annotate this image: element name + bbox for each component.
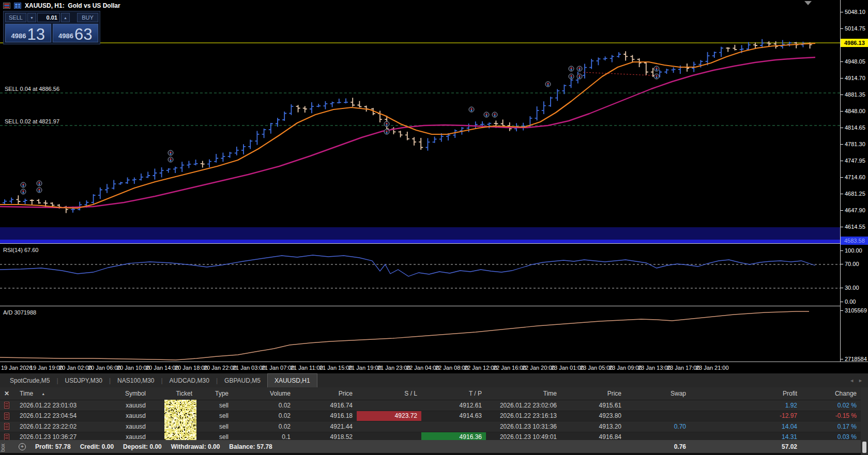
one-click-trading-panel: SELL ▼ 0.01 ▲ BUY 4986 13 4986 63 bbox=[3, 11, 100, 44]
rsi-axis-label: 0.00 bbox=[841, 299, 868, 305]
time-axis-label: 19 Jan 2026 bbox=[1, 365, 33, 371]
cell-sl bbox=[357, 400, 421, 411]
column-header-price[interactable]: Price bbox=[561, 387, 626, 400]
volume-input[interactable]: 0.01 bbox=[37, 13, 60, 22]
time-axis-label: 22 Jan 12:00 bbox=[464, 365, 497, 371]
price-axis-label: 4747.95 bbox=[841, 158, 868, 164]
cell-close-time: 2026.01.22 23:02:06 bbox=[486, 400, 561, 411]
ticket-redaction-block bbox=[164, 400, 196, 441]
time-axis-label: 21 Jan 03:00 bbox=[233, 365, 266, 371]
price-axis-label: 4814.65 bbox=[841, 124, 868, 131]
trade-marker-icon bbox=[168, 157, 174, 163]
tab-scroll-left-icon[interactable]: ◄ bbox=[849, 378, 854, 383]
order-document-icon bbox=[4, 402, 9, 409]
column-header-change[interactable]: Change bbox=[801, 387, 861, 400]
cell-time: 2026.01.22 23:04:54 bbox=[16, 411, 124, 421]
price-axis-label: 4848.00 bbox=[841, 108, 868, 114]
order-document-icon bbox=[4, 413, 9, 419]
volume-decrease-button[interactable]: ▼ bbox=[27, 13, 36, 22]
trade-marker-icon bbox=[168, 150, 174, 156]
column-header-time[interactable]: Time bbox=[486, 387, 561, 400]
column-header-type[interactable]: Type bbox=[196, 387, 233, 400]
chart-tab-nas100-m30[interactable]: NAS100,M30 bbox=[111, 373, 161, 387]
trade-marker-icon bbox=[37, 187, 42, 193]
column-header-symbol[interactable]: Symbol bbox=[124, 387, 150, 400]
main-chart-pane[interactable]: SELL 0.04 at 4886.56SELL 0.02 at 4821.97… bbox=[0, 0, 840, 362]
summary-swap-total: 0.76 bbox=[626, 440, 690, 453]
chart-tab-audcad-m30[interactable]: AUDCAD,M30 bbox=[163, 373, 216, 387]
trade-marker-icon bbox=[384, 129, 390, 135]
time-axis-label: 23 Jan 09:00 bbox=[609, 365, 642, 371]
sell-button[interactable]: SELL bbox=[5, 13, 26, 22]
toolbox-docked-tab[interactable]: box bbox=[0, 441, 6, 455]
ad-label: A/D 3071988 bbox=[3, 309, 36, 316]
column-header-tp[interactable]: T / P bbox=[421, 387, 486, 400]
chart-tab-usdjpy-m30[interactable]: USDJPY,M30 bbox=[58, 373, 109, 387]
cell-type: sell bbox=[196, 411, 233, 421]
time-axis-label: 21 Jan 19:00 bbox=[348, 365, 382, 371]
buy-button[interactable]: BUY bbox=[77, 13, 98, 22]
rsi-axis-label: 30.00 bbox=[841, 285, 868, 291]
ad-indicator-canvas bbox=[0, 306, 840, 361]
price-axis-label: 4948.05 bbox=[841, 58, 868, 65]
price-axis-label: 4614.55 bbox=[841, 224, 868, 230]
ask-price-display[interactable]: 4986 63 bbox=[53, 24, 99, 42]
cell-swap bbox=[626, 400, 690, 411]
time-axis-label: 22 Jan 08:00 bbox=[435, 365, 468, 371]
order-row[interactable]: 2026.01.22 23:22:02xauusdsell0.024921.44… bbox=[0, 421, 861, 432]
scrollbar-thumb[interactable] bbox=[862, 442, 866, 453]
column-header-sl[interactable]: S / L bbox=[357, 387, 421, 400]
price-axis[interactable]: 5048.105014.754948.054914.704881.354848.… bbox=[840, 0, 868, 362]
chart-tab-spotcrude-m5[interactable]: SpotCrude,M5 bbox=[3, 373, 56, 387]
pane-separator[interactable] bbox=[0, 243, 840, 244]
table-scrollbar[interactable] bbox=[861, 387, 868, 455]
chart-window-icon[interactable] bbox=[14, 3, 21, 9]
time-axis-label: 21 Jan 23:00 bbox=[377, 365, 410, 371]
trade-marker-icon bbox=[577, 74, 583, 80]
column-header-volume[interactable]: Volume bbox=[233, 387, 295, 400]
cell-volume: 0.02 bbox=[233, 400, 295, 411]
time-axis[interactable]: 19 Jan 202619 Jan 19:0020 Jan 02:0020 Ja… bbox=[0, 362, 868, 373]
column-header-time[interactable]: Time▲ bbox=[16, 387, 124, 400]
rsi-axis-label: 70.00 bbox=[841, 261, 868, 267]
rsi-label: RSI(14) 67.60 bbox=[3, 247, 38, 253]
order-document-icon bbox=[4, 434, 9, 441]
time-axis-label: 20 Jan 18:00 bbox=[175, 365, 208, 371]
sort-ascending-icon: ▲ bbox=[41, 392, 45, 396]
order-row[interactable]: 2026.01.22 23:01:03xauusdsell0.024916.74… bbox=[0, 400, 861, 411]
time-axis-label: 20 Jan 10:00 bbox=[117, 365, 150, 371]
cell-type: sell bbox=[196, 400, 233, 411]
cell-volume: 0.02 bbox=[233, 411, 295, 421]
time-axis-label: 22 Jan 16:00 bbox=[493, 365, 526, 371]
column-header-swap[interactable]: Swap bbox=[626, 387, 690, 400]
order-row[interactable]: 2026.01.22 23:04:54xauusdsell0.024916.18… bbox=[0, 411, 861, 422]
time-axis-label: 20 Jan 14:00 bbox=[146, 365, 179, 371]
cell-symbol: xauusd bbox=[124, 400, 150, 411]
cell-volume: 0.02 bbox=[233, 421, 295, 432]
close-toolbox-button[interactable]: ✕ bbox=[0, 387, 16, 400]
bid-price-display[interactable]: 4986 13 bbox=[5, 24, 51, 42]
volume-increase-button[interactable]: ▲ bbox=[61, 13, 70, 22]
scroll-to-end-icon[interactable] bbox=[804, 1, 812, 5]
time-axis-label: 20 Jan 06:00 bbox=[88, 365, 121, 371]
expand-summary-icon[interactable]: + bbox=[19, 443, 26, 450]
cell-time: 2026.01.22 23:22:02 bbox=[16, 421, 124, 432]
order-document-icon bbox=[4, 423, 9, 430]
tab-scroll-right-icon[interactable]: ► bbox=[858, 378, 863, 383]
column-header-ticket[interactable]: Ticket bbox=[150, 387, 196, 400]
indicator-list-icon[interactable] bbox=[3, 3, 10, 9]
chart-tab-gbpaud-m5[interactable]: GBPAUD,M5 bbox=[218, 373, 267, 387]
time-axis-label: 20 Jan 02:00 bbox=[59, 365, 92, 371]
sell-level-label: SELL 0.04 at 4886.56 bbox=[5, 86, 59, 92]
order-type-icon bbox=[0, 400, 16, 411]
time-axis-label: 22 Jan 20:00 bbox=[522, 365, 555, 371]
cell-open-price: 4921.44 bbox=[295, 421, 357, 432]
column-header-profit[interactable]: Profit bbox=[690, 387, 801, 400]
sell-level-label: SELL 0.02 at 4821.97 bbox=[5, 118, 59, 124]
summary-profit: Profit: 57.78 bbox=[35, 443, 71, 450]
price-axis-label: 4914.70 bbox=[841, 75, 868, 81]
chart-tab-xauusd-h1[interactable]: XAUUSD,H1 bbox=[267, 373, 317, 387]
time-axis-label: 20 Jan 22:00 bbox=[204, 365, 237, 371]
column-header-price[interactable]: Price bbox=[295, 387, 357, 400]
trade-marker-icon bbox=[384, 121, 390, 127]
